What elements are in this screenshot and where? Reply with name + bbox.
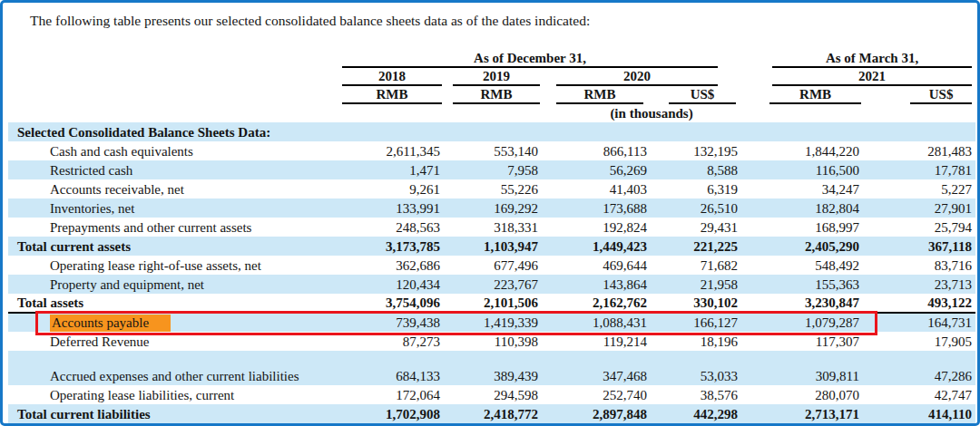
value-cell: 47,286 xyxy=(863,351,975,385)
table-row: Accounts payable739,4381,419,3391,088,43… xyxy=(8,313,975,332)
spacer-cell xyxy=(8,68,328,86)
value-cell: 1,702,908 xyxy=(328,404,444,423)
table-row: Restricted cash1,4717,95856,2698,588116,… xyxy=(8,160,975,179)
value-cell: 318,331 xyxy=(444,218,542,237)
table-row: Property and equipment, net120,434223,76… xyxy=(8,275,975,294)
currency-header: US$ xyxy=(863,86,975,104)
value-cell: 155,363 xyxy=(741,275,863,294)
value-cell: 9,261 xyxy=(328,179,444,198)
table-row: Deferred Revenue87,273110,398119,21418,1… xyxy=(8,332,975,351)
value-cell: 7,958 xyxy=(444,160,542,179)
value-cell: 169,292 xyxy=(444,198,542,218)
value-cell: 38,576 xyxy=(651,385,741,404)
table-header: As of December 31, As of March 31, 2018 … xyxy=(8,50,975,122)
value-cell: 164,731 xyxy=(863,313,975,332)
value-cell: 53,033 xyxy=(651,351,741,385)
value-cell: 2,418,772 xyxy=(444,404,542,423)
value-cell: 442,298 xyxy=(651,404,741,423)
value-cell: 18,196 xyxy=(651,332,741,351)
value-cell: 347,468 xyxy=(542,351,651,385)
value-cell: 2,405,290 xyxy=(741,237,863,256)
value-cell: 83,716 xyxy=(863,256,975,275)
value-cell: 294,598 xyxy=(444,385,542,404)
row-label: Total current liabilities xyxy=(8,404,328,423)
currency-header: RMB xyxy=(444,86,542,104)
highlighted-label: Accounts payable xyxy=(50,315,171,332)
value-cell: 3,230,847 xyxy=(741,294,863,313)
value-cell: 17,781 xyxy=(863,160,975,179)
year-header-2018: 2018 xyxy=(328,68,444,86)
table-row: Cash and cash equivalents2,611,345553,14… xyxy=(8,141,975,160)
value-cell: 120,434 xyxy=(328,275,444,294)
section-header-row: Selected Consolidated Balance Sheets Dat… xyxy=(8,122,975,141)
value-cell: 132,195 xyxy=(651,141,741,160)
value-cell: 17,905 xyxy=(863,332,975,351)
value-cell: 2,101,506 xyxy=(444,294,542,313)
value-cell: 1,419,339 xyxy=(444,313,542,332)
spacer-cell xyxy=(8,50,328,68)
table-row: Inventories, net133,991169,292173,68826,… xyxy=(8,198,975,218)
row-label: Operating lease liabilities, current xyxy=(8,385,328,404)
value-cell: 6,319 xyxy=(651,179,741,198)
row-label: Cash and cash equivalents xyxy=(8,141,328,160)
value-cell: 42,747 xyxy=(863,385,975,404)
value-cell: 143,864 xyxy=(542,275,651,294)
year-header-2020: 2020 xyxy=(542,68,741,86)
value-cell: 866,113 xyxy=(542,141,651,160)
value-cell: 116,500 xyxy=(741,160,863,179)
units-row: (in thousands) xyxy=(8,104,975,122)
value-cell: 252,740 xyxy=(542,385,651,404)
value-cell: 2,713,171 xyxy=(741,404,863,423)
row-label: Total assets xyxy=(8,294,328,313)
value-cell: 493,122 xyxy=(863,294,975,313)
table-row: Total current assets3,173,7851,103,9471,… xyxy=(8,237,975,256)
value-cell: 677,496 xyxy=(444,256,542,275)
value-cell: 166,127 xyxy=(651,313,741,332)
value-cell: 367,118 xyxy=(863,237,975,256)
table-body: Selected Consolidated Balance Sheets Dat… xyxy=(8,122,975,423)
value-cell: 168,997 xyxy=(741,218,863,237)
value-cell: 389,439 xyxy=(444,351,542,385)
value-cell: 119,214 xyxy=(542,332,651,351)
value-cell: 1,103,947 xyxy=(444,237,542,256)
currency-header: RMB xyxy=(328,86,444,104)
units-note: (in thousands) xyxy=(328,104,975,122)
row-label: Accounts receivable, net xyxy=(8,179,328,198)
group-header-march: As of March 31, xyxy=(741,50,975,68)
value-cell: 25,794 xyxy=(863,218,975,237)
group-label-march: As of March 31, xyxy=(772,51,972,68)
currency-header: US$ xyxy=(651,86,741,104)
currency-header: RMB xyxy=(542,86,651,104)
value-cell: 21,958 xyxy=(651,275,741,294)
value-cell: 684,133 xyxy=(328,351,444,385)
intro-text: The following table presents our selecte… xyxy=(30,13,959,29)
row-label: Operating lease right-of-use assets, net xyxy=(8,256,328,275)
value-cell: 172,064 xyxy=(328,385,444,404)
value-cell: 414,110 xyxy=(863,404,975,423)
spacer-cell xyxy=(8,86,328,104)
value-cell: 1,844,220 xyxy=(741,141,863,160)
value-cell: 55,226 xyxy=(444,179,542,198)
table-row: Accrued expenses and other current liabi… xyxy=(8,351,975,385)
value-cell: 1,088,431 xyxy=(542,313,651,332)
value-cell: 2,611,345 xyxy=(328,141,444,160)
table-row: Operating lease right-of-use assets, net… xyxy=(8,256,975,275)
value-cell: 548,492 xyxy=(741,256,863,275)
value-cell: 330,102 xyxy=(651,294,741,313)
value-cell: 34,247 xyxy=(741,179,863,198)
row-label: Accounts payable xyxy=(8,313,328,332)
currency-header-row: RMB RMB RMB US$ RMB US$ xyxy=(8,86,975,104)
value-cell: 56,269 xyxy=(542,160,651,179)
year-header-2019: 2019 xyxy=(444,68,542,86)
section-header: Selected Consolidated Balance Sheets Dat… xyxy=(8,122,975,141)
value-cell: 2,897,848 xyxy=(542,404,651,423)
spacer-cell xyxy=(8,104,328,122)
value-cell: 192,824 xyxy=(542,218,651,237)
value-cell: 1,449,423 xyxy=(542,237,651,256)
document-frame: The following table presents our selecte… xyxy=(0,0,980,426)
value-cell: 27,901 xyxy=(863,198,975,218)
value-cell: 117,307 xyxy=(741,332,863,351)
row-label: Accrued expenses and other current liabi… xyxy=(8,351,328,385)
row-label: Deferred Revenue xyxy=(8,332,328,351)
balance-sheet-table: As of December 31, As of March 31, 2018 … xyxy=(8,50,975,423)
